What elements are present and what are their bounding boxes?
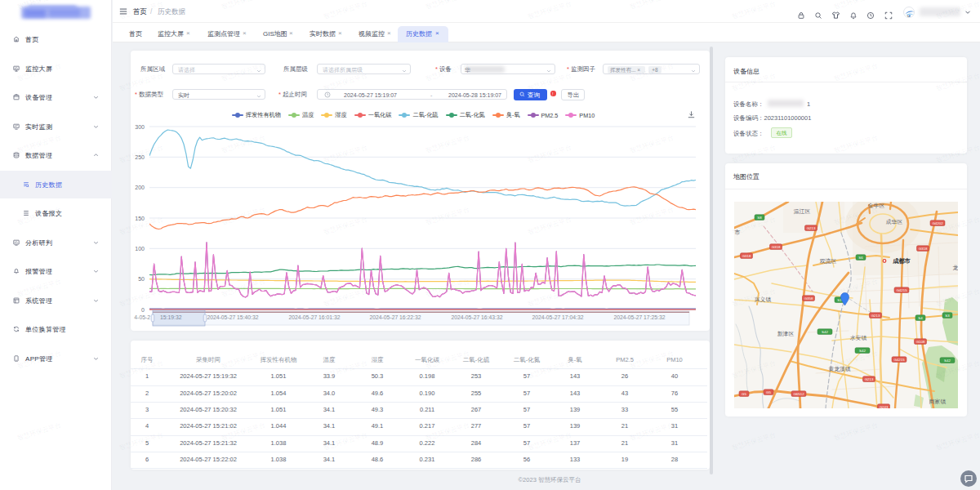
svg-text:市: 市 bbox=[735, 229, 741, 235]
svg-text:50: 50 bbox=[138, 276, 145, 282]
svg-text:250: 250 bbox=[135, 154, 145, 160]
svg-text:兴义镇: 兴义镇 bbox=[755, 296, 772, 303]
svg-text:G358: G358 bbox=[804, 296, 813, 301]
svg-text:商家镇: 商家镇 bbox=[929, 399, 947, 405]
svg-text:2024-05-27 17:25:32: 2024-05-27 17:25:32 bbox=[613, 314, 665, 320]
svg-text:S3: S3 bbox=[945, 314, 950, 318]
svg-text:成都市: 成都市 bbox=[892, 257, 911, 265]
svg-text:bc: bc bbox=[907, 15, 911, 18]
svg-text:4-05-2: 4-05-2 bbox=[134, 314, 150, 320]
svg-text:G5: G5 bbox=[766, 390, 771, 394]
svg-text:300: 300 bbox=[135, 124, 145, 130]
svg-text:S4: S4 bbox=[918, 316, 923, 320]
svg-text:100: 100 bbox=[135, 246, 145, 252]
svg-text:G213: G213 bbox=[865, 377, 874, 381]
svg-text:G4215: G4215 bbox=[893, 358, 905, 362]
svg-text:水安镇: 水安镇 bbox=[850, 335, 867, 341]
svg-text:2024-05-27 16:22:32: 2024-05-27 16:22:32 bbox=[369, 314, 421, 320]
svg-text:G4202: G4202 bbox=[932, 221, 943, 225]
svg-text:G108: G108 bbox=[916, 340, 925, 344]
svg-text:S6: S6 bbox=[858, 256, 863, 260]
svg-text:黄龙溪镇: 黄龙溪镇 bbox=[828, 366, 850, 372]
svg-text:G213: G213 bbox=[871, 314, 880, 318]
svg-text:2024-05-27 15:40:32: 2024-05-27 15:40:32 bbox=[207, 314, 258, 320]
svg-text:G243: G243 bbox=[880, 405, 889, 408]
svg-text:S8: S8 bbox=[757, 216, 762, 220]
svg-text:G6512: G6512 bbox=[793, 392, 804, 396]
svg-text:G318: G318 bbox=[742, 254, 751, 258]
svg-text:0: 0 bbox=[141, 307, 145, 313]
svg-text:2024-05-27 17:04:32: 2024-05-27 17:04:32 bbox=[532, 314, 583, 320]
svg-text:150: 150 bbox=[135, 216, 145, 221]
svg-text:S42: S42 bbox=[859, 349, 866, 353]
svg-text:G318: G318 bbox=[772, 245, 781, 249]
svg-text:成华区: 成华区 bbox=[886, 219, 903, 225]
svg-text:G5: G5 bbox=[742, 392, 746, 396]
svg-text:2024-05-27 16:01:32: 2024-05-27 16:01:32 bbox=[288, 314, 340, 320]
svg-text:G4215: G4215 bbox=[896, 288, 907, 292]
svg-text:2024-05-27 16:43:32: 2024-05-27 16:43:32 bbox=[451, 314, 502, 320]
svg-text:新津区: 新津区 bbox=[777, 331, 795, 337]
svg-text:G213: G213 bbox=[807, 226, 816, 230]
svg-text:双流区: 双流区 bbox=[820, 258, 837, 265]
svg-text:G318: G318 bbox=[919, 247, 928, 251]
svg-text:温江区: 温江区 bbox=[794, 208, 811, 215]
svg-text:200: 200 bbox=[135, 185, 145, 190]
svg-text:S42: S42 bbox=[944, 359, 951, 363]
svg-text:S42: S42 bbox=[822, 330, 828, 334]
svg-text:龙: 龙 bbox=[953, 265, 958, 270]
svg-text:金牛区: 金牛区 bbox=[868, 203, 885, 208]
